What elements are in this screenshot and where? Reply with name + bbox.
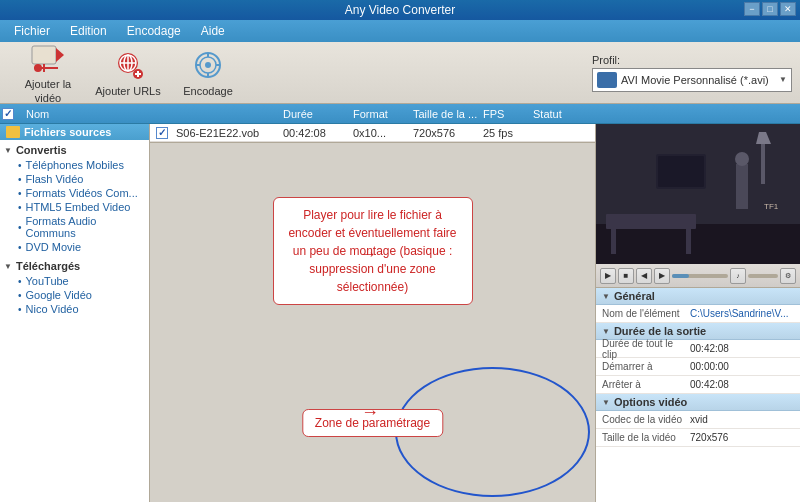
sidebar-item-nico-video-label: Nico Vidéo xyxy=(26,303,79,315)
row-duree: 00:42:08 xyxy=(283,127,353,139)
annotation-arrow-params: → xyxy=(361,402,379,423)
content-row: Fichiers sources ▼ Convertis • Téléphone… xyxy=(0,124,800,502)
props-start-row: Démarrer à 00:00:00 xyxy=(596,358,800,376)
right-panel: TF1 ▶ ■ ◀ ▶ ♪ ⚙ ▼ xyxy=(595,124,800,502)
close-button[interactable]: ✕ xyxy=(780,2,796,16)
add-urls-button[interactable]: Ajouter URLs xyxy=(88,46,168,100)
sidebar-item-telephones-label: Téléphones Mobiles xyxy=(26,159,124,171)
annotation-main: Player pour lire le fichier à encoder et… xyxy=(150,143,595,502)
toolbar: Ajouter la vidéo Ajouter URLs xyxy=(0,42,800,104)
file-table-header: ✓ Nom Durée Format Taille de la ... FPS … xyxy=(0,104,800,124)
chevron-down-icon: ▼ xyxy=(779,75,787,84)
sidebar-item-dvd-label: DVD Movie xyxy=(26,241,82,253)
volume-slider[interactable] xyxy=(748,274,778,278)
props-duree-label: Durée de la sortie xyxy=(614,325,706,337)
encoding-icon xyxy=(190,47,226,83)
sidebar-convertis-section: ▼ Convertis • Téléphones Mobiles • Flash… xyxy=(0,140,149,256)
th-checkbox: ✓ xyxy=(2,108,22,120)
add-urls-label: Ajouter URLs xyxy=(95,85,160,98)
app-title: Any Video Converter xyxy=(345,3,456,17)
svg-point-19 xyxy=(205,62,211,68)
stop-button[interactable]: ■ xyxy=(618,268,634,284)
menu-fichier[interactable]: Fichier xyxy=(4,22,60,40)
props-clip-duree-value: 00:42:08 xyxy=(686,343,800,354)
props-element-name-row: Nom de l'élément C:\Users\Sandrine\V... xyxy=(596,305,800,323)
sidebar-header-label: Fichiers sources xyxy=(24,126,111,138)
forward-button[interactable]: ▶ xyxy=(654,268,670,284)
encoding-button[interactable]: Encodage xyxy=(168,46,248,100)
middle-content: ✓ S06-E21E22.vob 00:42:08 0x10... 720x57… xyxy=(150,124,595,502)
props-clip-duree-label: Durée de tout le clip xyxy=(596,338,686,360)
sidebar-group-convertis-label: Convertis xyxy=(16,144,67,156)
props-codec-row: Codec de la vidéo xvid xyxy=(596,411,800,429)
sidebar-group-telecharges[interactable]: ▼ Téléchargés xyxy=(0,258,149,274)
titlebar: Any Video Converter − □ ✕ xyxy=(0,0,800,20)
sidebar-group-convertis[interactable]: ▼ Convertis xyxy=(0,142,149,158)
folder-icon xyxy=(6,126,20,138)
table-row[interactable]: ✓ S06-E21E22.vob 00:42:08 0x10... 720x57… xyxy=(150,124,595,142)
sidebar-item-nico-video[interactable]: • Nico Vidéo xyxy=(0,302,149,316)
dot-icon: • xyxy=(18,202,22,213)
dot-icon: • xyxy=(18,188,22,199)
row-taille: 720x576 xyxy=(413,127,483,139)
th-taille: Taille de la ... xyxy=(413,108,483,120)
sidebar-item-google-video[interactable]: • Google Vidéo xyxy=(0,288,149,302)
sidebar-group-telecharges-label: Téléchargés xyxy=(16,260,80,272)
sidebar-item-flash-label: Flash Vidéo xyxy=(26,173,84,185)
video-controls: ▶ ■ ◀ ▶ ♪ ⚙ xyxy=(596,264,800,288)
sidebar-item-formats-video[interactable]: • Formats Vidéos Com... xyxy=(0,186,149,200)
profile-select[interactable]: AVI Movie Personnalisé (*.avi) ▼ xyxy=(592,68,792,92)
props-start-value: 00:00:00 xyxy=(686,361,800,372)
menubar: Fichier Edition Encodage Aide xyxy=(0,20,800,42)
add-video-label: Ajouter la vidéo xyxy=(11,78,85,104)
sidebar-item-html5[interactable]: • HTML5 Embed Video xyxy=(0,200,149,214)
menu-aide[interactable]: Aide xyxy=(191,22,235,40)
svg-rect-23 xyxy=(606,214,696,229)
header-checkbox[interactable]: ✓ xyxy=(2,108,14,120)
svg-rect-24 xyxy=(611,229,616,254)
sidebar-item-formats-audio[interactable]: • Formats Audio Communs xyxy=(0,214,149,240)
props-options-header[interactable]: ▼ Options vidéo xyxy=(596,394,800,411)
file-rows-area: ✓ S06-E21E22.vob 00:42:08 0x10... 720x57… xyxy=(150,124,595,143)
props-general-arrow: ▼ xyxy=(602,292,610,301)
svg-rect-31 xyxy=(658,156,704,187)
rewind-button[interactable]: ◀ xyxy=(636,268,652,284)
th-name: Nom xyxy=(22,108,283,120)
play-button[interactable]: ▶ xyxy=(600,268,616,284)
menu-edition[interactable]: Edition xyxy=(60,22,117,40)
th-format: Format xyxy=(353,108,413,120)
svg-rect-0 xyxy=(32,46,56,64)
add-video-button[interactable]: Ajouter la vidéo xyxy=(8,46,88,100)
playback-position xyxy=(672,274,689,278)
playback-slider[interactable] xyxy=(672,274,728,278)
props-size-label: Taille de la vidéo xyxy=(596,432,686,443)
row-checkbox[interactable]: ✓ xyxy=(156,127,168,139)
props-end-row: Arrêter à 00:42:08 xyxy=(596,376,800,394)
dot-icon: • xyxy=(18,242,22,253)
profile-text: AVI Movie Personnalisé (*.avi) xyxy=(621,74,779,86)
sidebar-item-telephones[interactable]: • Téléphones Mobiles xyxy=(0,158,149,172)
volume-icon[interactable]: ♪ xyxy=(730,268,746,284)
profile-area: Profil: AVI Movie Personnalisé (*.avi) ▼ xyxy=(592,54,792,92)
sidebar-item-flash[interactable]: • Flash Vidéo xyxy=(0,172,149,186)
menu-encodage[interactable]: Encodage xyxy=(117,22,191,40)
minimize-button[interactable]: − xyxy=(744,2,760,16)
tree-arrow-convertis: ▼ xyxy=(4,146,12,155)
props-size-value: 720x576 xyxy=(686,432,800,443)
sidebar: Fichiers sources ▼ Convertis • Téléphone… xyxy=(0,124,150,502)
video-frame-svg: TF1 xyxy=(596,124,800,264)
svg-rect-26 xyxy=(736,164,748,209)
svg-rect-22 xyxy=(596,224,800,264)
props-end-label: Arrêter à xyxy=(596,379,686,390)
sidebar-item-dvd[interactable]: • DVD Movie xyxy=(0,240,149,254)
settings-icon[interactable]: ⚙ xyxy=(780,268,796,284)
sidebar-item-youtube[interactable]: • YouTube xyxy=(0,274,149,288)
props-size-row: Taille de la vidéo 720x576 xyxy=(596,429,800,447)
props-general-header[interactable]: ▼ Général xyxy=(596,288,800,305)
dot-icon: • xyxy=(18,222,22,233)
sidebar-item-google-video-label: Google Vidéo xyxy=(26,289,92,301)
sidebar-telecharges-section: ▼ Téléchargés • YouTube • Google Vidéo •… xyxy=(0,256,149,318)
titlebar-controls: − □ ✕ xyxy=(744,2,796,16)
add-urls-icon xyxy=(110,47,146,83)
maximize-button[interactable]: □ xyxy=(762,2,778,16)
